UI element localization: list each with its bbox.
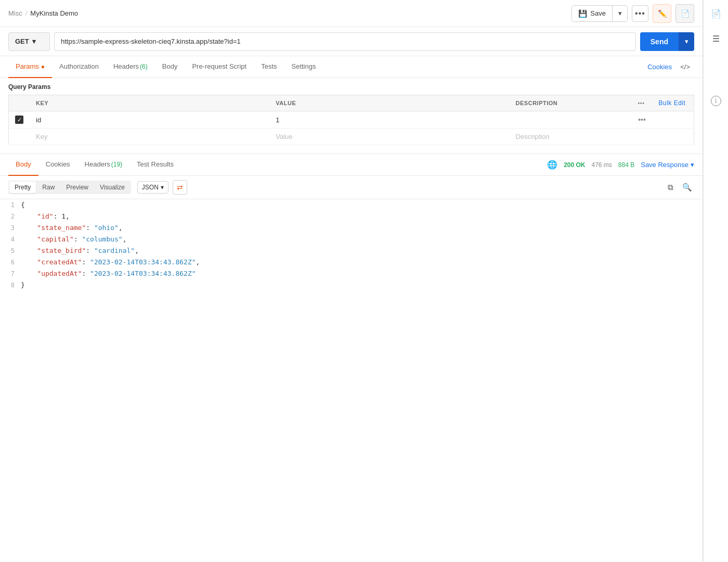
send-chevron-icon: ▾ xyxy=(685,37,688,45)
more-options-button[interactable]: ••• xyxy=(632,5,648,22)
code-view: 1 { 2 "id": 1, 3 "state_name": "ohio", 4… xyxy=(0,199,703,562)
desc-placeholder: Description xyxy=(516,133,550,140)
url-input[interactable] xyxy=(54,32,636,51)
row-more-icon[interactable]: ••• xyxy=(638,116,646,124)
request-tabs-bar: Params ● Authorization Headers (6) Body … xyxy=(0,56,703,78)
format-tab-raw[interactable]: Raw xyxy=(37,182,60,193)
col-header-more: ••• xyxy=(632,95,653,111)
params-table: KEY VALUE DESCRIPTION ••• Bulk Edit xyxy=(8,95,694,145)
right-sidebar: 📄 ☰ i xyxy=(703,0,728,562)
globe-icon: 🌐 xyxy=(547,160,557,170)
cookies-button[interactable]: Cookies xyxy=(643,63,676,71)
format-tab-pretty[interactable]: Pretty xyxy=(9,182,36,193)
tab-settings-label: Settings xyxy=(292,62,316,70)
tab-tests-label: Tests xyxy=(261,62,277,70)
sidebar-document-icon[interactable]: 📄 xyxy=(707,4,725,23)
document-button[interactable]: 📄 xyxy=(675,4,694,23)
response-tab-body-label: Body xyxy=(16,160,31,168)
response-toolbar: Pretty Raw Preview Visualize JSON ▾ ⇄ ⧉ … xyxy=(0,176,703,199)
search-button[interactable]: 🔍 xyxy=(680,180,694,195)
sidebar-list-icon[interactable]: ☰ xyxy=(707,29,725,48)
tab-body[interactable]: Body xyxy=(155,56,185,78)
method-label: GET xyxy=(15,37,29,45)
save-icon: 💾 xyxy=(578,9,587,18)
tab-authorization[interactable]: Authorization xyxy=(52,56,106,78)
col-header-bulk[interactable]: Bulk Edit xyxy=(653,95,694,111)
bulk-edit-button[interactable]: Bulk Edit xyxy=(659,99,686,107)
search-icon: 🔍 xyxy=(682,183,692,192)
save-response-label: Save Response xyxy=(641,161,688,169)
copy-button[interactable]: ⧉ xyxy=(663,180,678,195)
method-chevron-icon: ▾ xyxy=(32,37,36,45)
row-checkbox[interactable] xyxy=(15,116,23,124)
tab-authorization-label: Authorization xyxy=(59,62,99,70)
language-chevron-icon: ▾ xyxy=(161,184,164,191)
wrap-icon: ⇄ xyxy=(177,183,183,191)
format-tab-preview[interactable]: Preview xyxy=(61,182,94,193)
response-size: 884 B xyxy=(618,161,634,169)
tab-headers[interactable]: Headers (6) xyxy=(106,56,155,78)
save-button-group: 💾 Save ▾ xyxy=(571,5,628,22)
response-tab-headers-label: Headers xyxy=(85,160,110,168)
response-tab-headers[interactable]: Headers (19) xyxy=(77,154,129,176)
code-line-4: 4 "capital": "columbus", xyxy=(0,234,703,245)
code-button[interactable]: </> xyxy=(676,63,694,71)
response-tab-body[interactable]: Body xyxy=(8,154,38,176)
sidebar-info-icon[interactable]: i xyxy=(707,92,725,110)
save-response-chevron-icon: ▾ xyxy=(691,161,694,169)
code-line-5: 5 "state_bird": "cardinal", xyxy=(0,245,703,257)
list-icon: ☰ xyxy=(712,34,720,44)
response-status-area: 🌐 200 OK 476 ms 884 B Save Response ▾ xyxy=(547,160,694,170)
copy-icon: ⧉ xyxy=(668,183,673,192)
col-header-check xyxy=(9,95,30,111)
language-select[interactable]: JSON ▾ xyxy=(137,181,168,194)
query-params-section: Query Params KEY VALUE DESCRIPTION ••• B… xyxy=(0,78,703,145)
key-placeholder: Key xyxy=(36,133,47,140)
save-chevron-button[interactable]: ▾ xyxy=(613,5,627,22)
code-line-3: 3 "state_name": "ohio", xyxy=(0,222,703,234)
tab-body-label: Body xyxy=(162,62,178,70)
col-header-key: KEY xyxy=(30,95,269,111)
value-placeholder: Value xyxy=(276,133,292,140)
send-chevron-button[interactable]: ▾ xyxy=(679,32,694,51)
breadcrumb-parent: Misc xyxy=(8,9,22,17)
col-header-description: DESCRIPTION xyxy=(510,95,632,111)
response-tabs-bar: Body Cookies Headers (19) Test Results 🌐… xyxy=(0,154,703,176)
row-description[interactable] xyxy=(510,111,632,129)
more-icon: ••• xyxy=(635,9,645,18)
method-select[interactable]: GET ▾ xyxy=(8,32,50,51)
edit-button[interactable]: ✏️ xyxy=(653,4,671,23)
response-tab-test-results[interactable]: Test Results xyxy=(129,154,181,176)
response-section: Body Cookies Headers (19) Test Results 🌐… xyxy=(0,154,703,562)
breadcrumb-current: MyKinsta Demo xyxy=(30,9,78,17)
save-response-button[interactable]: Save Response ▾ xyxy=(641,161,694,169)
chevron-down-icon: ▾ xyxy=(618,9,622,17)
row-key[interactable]: id xyxy=(30,111,269,129)
response-tab-test-results-label: Test Results xyxy=(137,160,174,168)
tab-headers-label: Headers xyxy=(113,62,139,70)
format-tabs: Pretty Raw Preview Visualize xyxy=(8,181,131,194)
wrap-button[interactable]: ⇄ xyxy=(173,180,187,195)
tab-params[interactable]: Params ● xyxy=(8,56,52,78)
code-line-1: 1 { xyxy=(0,199,703,211)
pencil-icon: ✏️ xyxy=(658,9,667,18)
response-tab-cookies[interactable]: Cookies xyxy=(38,154,77,176)
send-button-group: Send ▾ xyxy=(640,32,694,51)
send-button[interactable]: Send xyxy=(640,32,679,51)
row-value[interactable]: 1 xyxy=(269,111,509,129)
document-icon: 📄 xyxy=(681,9,690,18)
tab-settings[interactable]: Settings xyxy=(284,56,323,78)
info-icon: i xyxy=(711,96,721,106)
save-label: Save xyxy=(590,9,606,17)
response-time: 476 ms xyxy=(592,161,612,169)
code-line-6: 6 "createdAt": "2023-02-14T03:34:43.862Z… xyxy=(0,257,703,268)
format-tab-visualize[interactable]: Visualize xyxy=(95,182,130,193)
tab-tests[interactable]: Tests xyxy=(254,56,284,78)
top-bar-actions: 💾 Save ▾ ••• ✏️ 📄 xyxy=(571,4,694,23)
query-params-title: Query Params xyxy=(8,83,694,91)
tab-prerequest[interactable]: Pre-request Script xyxy=(185,56,254,78)
code-line-7: 7 "updatedAt": "2023-02-14T03:34:43.862Z… xyxy=(0,268,703,279)
save-button[interactable]: 💾 Save xyxy=(572,5,613,22)
table-more-icon: ••• xyxy=(638,100,645,106)
params-badge: ● xyxy=(41,63,45,70)
